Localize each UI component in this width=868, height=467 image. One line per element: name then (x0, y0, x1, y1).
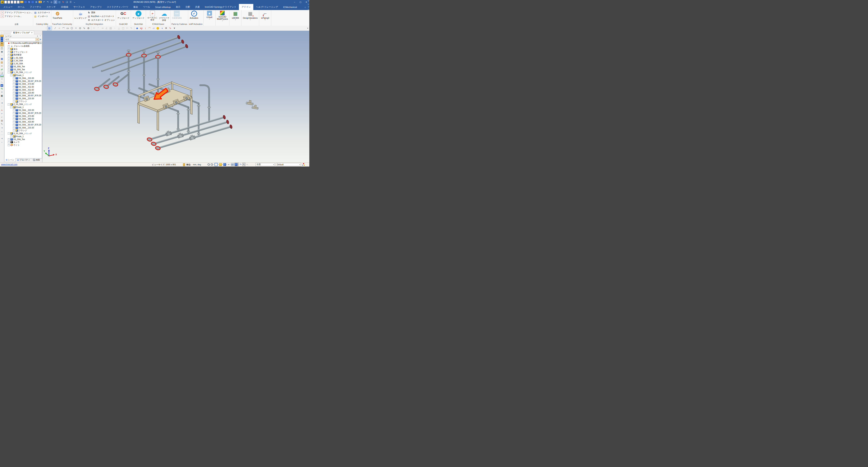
ls-sync-parts-icon[interactable]: ⇄ (0, 68, 4, 71)
tree-item[interactable]: +5S_50A__473.80 (4, 115, 42, 118)
tree-item[interactable]: +5S_50A_Tee (4, 138, 42, 141)
ls-window-stack-icon[interactable]: ▣ (0, 94, 4, 97)
save-copy-icon[interactable] (31, 1, 34, 4)
minimize-button[interactable]: – (291, 0, 298, 4)
paste-special-icon[interactable]: ▣ (38, 1, 42, 3)
ribbon-tab[interactable]: メニュー (1, 4, 15, 10)
ribbon-tab[interactable]: 注釈 (183, 4, 192, 10)
arc-tool-icon[interactable]: ◠ (62, 26, 65, 30)
ribbon-small-button[interactable]: ▤エクスポート (34, 11, 50, 14)
cylinder-tool-icon[interactable]: ⬤ (156, 26, 160, 30)
panel-tab[interactable]: ⊞シーン (4, 158, 16, 162)
pin-icon[interactable]: ⊤ (39, 35, 41, 37)
scene-browser-icon[interactable]: ⊞ (54, 0, 57, 4)
ls-nav-left-icon[interactable]: ◂ (0, 126, 4, 129)
sync-update-icon[interactable]: ↻ (62, 1, 65, 4)
tree-expander[interactable]: + (8, 57, 10, 59)
tree-item[interactable]: ✸C:¥Users¥a-mat¥Desktop¥API展示会セッ (4, 42, 42, 45)
offset-tool-icon[interactable]: ⊜ (86, 26, 90, 30)
tree-expander[interactable]: + (13, 80, 15, 82)
ls-catalog-link-icon[interactable]: ∞ (0, 64, 4, 68)
ribbon-tab[interactable]: 共通 (192, 4, 202, 10)
solid-mode-icon[interactable]: ˅ (235, 163, 239, 166)
ribbon-small-button[interactable]: ▤KeyShot へエクスポート (88, 14, 115, 18)
split-tool-icon[interactable]: ∠ (104, 26, 108, 30)
ls-nav-down-icon[interactable]: ⌄ (0, 129, 4, 133)
ironcad-link[interactable]: www.ironcad.com (1, 163, 18, 165)
restore-button[interactable]: ▢ (298, 0, 303, 4)
ribbon-button[interactable]: IronCAD MultiPhysics˅ (216, 10, 229, 22)
tree-item[interactable]: +5S_50A__90.00°_R76.20 (4, 123, 42, 126)
project-curve-icon[interactable]: ◆ (135, 26, 139, 30)
ribbon-small-button[interactable]: ⚙エクスポート オプション (88, 18, 115, 22)
ls-attach-icon[interactable]: ⊕ (0, 77, 4, 81)
tree-item[interactable]: +5S_50A__310.30 (4, 109, 42, 112)
tree-expander[interactable]: + (8, 68, 10, 71)
ribbon-button[interactable]: ☕レンダリング (74, 10, 87, 19)
ls-open-folder-icon[interactable] (0, 35, 4, 37)
flip-arrow-icon[interactable]: ↷ (239, 163, 242, 166)
toolbar-overflow-icon[interactable]: ⌄ (73, 1, 76, 4)
point-tool-icon[interactable]: • (74, 26, 78, 30)
tree-expander[interactable]: + (13, 92, 15, 94)
tree-item[interactable]: +5S_50A__90.00°_R76.20 (4, 112, 42, 115)
panel-tab[interactable]: 検索 (32, 158, 41, 162)
tree-expander[interactable]: + (13, 77, 15, 79)
web-globe-icon[interactable]: ◍ (50, 1, 53, 4)
chevron-down-icon[interactable]: ˅ (235, 19, 236, 21)
tree-expander[interactable]: − (10, 106, 12, 108)
tree-expander[interactable]: + (8, 144, 10, 146)
ribbon-tab[interactable]: サーフェス (71, 4, 88, 10)
zoom-fit-icon[interactable]: ˅ (211, 163, 214, 166)
ribbon-tab[interactable]: ヘルプ/ トレーニング (253, 4, 281, 10)
tree-item[interactable]: +クランプセット (4, 51, 42, 54)
command-search[interactable]: ☼ コマンドを検索... (304, 4, 309, 10)
tree-item[interactable]: −2_5S_50A_ソリッド (4, 103, 42, 106)
tree-expander[interactable]: + (8, 65, 10, 68)
ribbon-tab[interactable]: 板金 (131, 4, 141, 10)
ribbon-button[interactable]: ◆アップロード (132, 10, 145, 19)
ls-pipe-drop-icon[interactable]: ⊥ (0, 108, 4, 112)
tree-expander[interactable]: + (13, 115, 15, 117)
tree-item[interactable]: −Route_1 (4, 74, 42, 77)
ls-report-doc-icon[interactable]: ❏ (0, 71, 4, 75)
ribbon-button[interactable]: ⌐icPiping3˅ (260, 10, 270, 21)
panel-tool-icon[interactable]: ▤ (109, 26, 113, 30)
tree-expander[interactable]: + (8, 138, 10, 141)
open-special-icon[interactable]: ✓ (7, 1, 10, 4)
ribbon-button[interactable]: .jsローカルに 保存 (147, 10, 158, 21)
ls-parts-bag-icon[interactable]: ◒ (0, 54, 4, 57)
ribbon-button[interactable]: ⚙TraceParts (52, 10, 63, 19)
ls-exchange-parts-icon[interactable]: ⇆ (0, 87, 4, 90)
ls-structure-up-icon[interactable]: ↑ (0, 97, 4, 101)
ls-sphere-route-icon[interactable]: ◍ (0, 119, 4, 122)
tree-item[interactable]: +5S_50A_Tee (4, 68, 42, 71)
selection-filter-dropdown[interactable]: 任意 ▾ (255, 163, 275, 166)
highlight-cursor-icon[interactable]: ↖ (246, 163, 249, 166)
ribbon-tab[interactable]: ツール (141, 4, 153, 10)
tree-item[interactable]: +✛グローバル座標系 (4, 45, 42, 48)
circle-tool-icon[interactable]: ○ (57, 26, 61, 30)
edit-section-icon[interactable]: ▨ (47, 26, 52, 30)
ribbon-button[interactable]: GCアップロード (117, 10, 130, 19)
tree-expander[interactable]: + (13, 86, 15, 88)
ribbon-tab[interactable]: アドイン (239, 4, 253, 10)
tree-item[interactable]: +5S_50A__223.80 (4, 91, 42, 94)
tree-item[interactable]: +5S_50A__423.80 (4, 120, 42, 123)
view-list-icon[interactable]: ˅ (214, 163, 219, 166)
camera-walk-icon[interactable]: ⌖˅ (227, 163, 230, 166)
undo-icon[interactable]: ↶ (42, 1, 45, 4)
tree-item[interactable]: +ライト (4, 144, 42, 147)
units-value[interactable]: mm, deg (193, 163, 201, 166)
chevron-down-icon[interactable]: ˅ (265, 19, 266, 21)
ls-doc-tools-icon[interactable]: ✦ (0, 90, 4, 94)
select-box-tool-icon[interactable]: ▫ (113, 26, 117, 30)
fillet-tool-icon[interactable]: ◜ (96, 26, 100, 30)
ls-elbow-extract-icon[interactable]: ⌐ (0, 115, 4, 119)
new-document-icon[interactable] (4, 1, 7, 4)
tree-expander[interactable]: + (8, 51, 10, 53)
ribbon-tab[interactable]: IronCAD Synergyクライアント (202, 4, 239, 10)
ribbon-button[interactable]: ✔Activation (189, 10, 199, 19)
search-highlight-icon[interactable]: ✱ (39, 38, 42, 41)
ribbon-tab[interactable]: フィーチャ (27, 4, 44, 10)
